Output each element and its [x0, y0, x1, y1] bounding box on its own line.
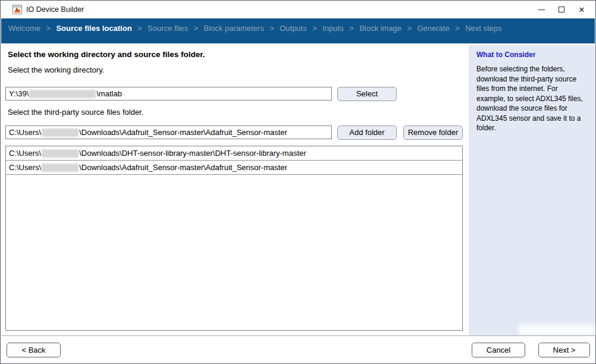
step-outputs[interactable]: Outputs — [280, 24, 307, 33]
close-button[interactable]: ✕ — [572, 1, 592, 18]
step-separator: > — [455, 24, 460, 33]
step-separator: > — [349, 24, 354, 33]
redaction-blur — [519, 324, 595, 335]
next-button[interactable]: Next > — [538, 343, 590, 357]
close-icon: ✕ — [579, 6, 585, 14]
remove-folder-button[interactable]: Remove folder — [403, 125, 463, 140]
folder-list-item[interactable]: C:\Users\ \Downloads\DHT-sensor-library-… — [6, 146, 462, 161]
step-block-image[interactable]: Block image — [359, 24, 401, 33]
redaction-blur — [42, 128, 79, 137]
wizard-steps-bar: Welcome > Source files location > Source… — [1, 18, 595, 43]
step-separator: > — [137, 24, 142, 33]
select-button[interactable]: Select — [337, 87, 397, 101]
working-directory-value-prefix: Y:\39\ — [9, 89, 29, 98]
redaction-blur — [42, 164, 79, 172]
step-generate[interactable]: Generate — [417, 24, 449, 33]
window-controls: ✕ — [531, 1, 592, 18]
step-next-steps[interactable]: Next steps — [465, 24, 501, 33]
step-welcome[interactable]: Welcome — [8, 24, 40, 33]
minimize-icon — [538, 10, 545, 10]
add-folder-button[interactable]: Add folder — [337, 125, 397, 140]
minimize-button[interactable] — [531, 1, 551, 18]
folder-path-prefix: C:\Users\ — [9, 149, 41, 158]
footer-bar: < Back Cancel Next > — [1, 335, 595, 363]
source-folder-label: Select the third-party source files fold… — [8, 108, 143, 117]
what-to-consider-panel: What to Consider Before selecting the fo… — [469, 45, 595, 335]
source-folder-value-suffix: \Downloads\Adafruit_Sensor-master\Adafru… — [79, 128, 287, 137]
window-title: IO Device Builder — [26, 5, 84, 14]
main-content: Select the working directory and source … — [1, 43, 469, 335]
step-separator: > — [312, 24, 317, 33]
matlab-app-icon — [12, 5, 22, 14]
what-to-consider-text: Before selecting the folders, download t… — [476, 64, 588, 133]
source-folder-field[interactable]: C:\Users\ \Downloads\Adafruit_Sensor-mas… — [5, 125, 332, 139]
working-directory-label: Select the working directory. — [8, 65, 104, 74]
folder-list-item[interactable]: C:\Users\ \Downloads\Adafruit_Sensor-mas… — [6, 161, 462, 175]
maximize-button[interactable] — [551, 1, 572, 18]
step-separator: > — [46, 24, 51, 33]
source-folder-value-prefix: C:\Users\ — [9, 128, 41, 137]
folder-path-prefix: C:\Users\ — [9, 163, 41, 172]
io-device-builder-window: IO Device Builder ✕ Welcome > Source fil… — [0, 0, 596, 364]
what-to-consider-title: What to Consider — [476, 51, 588, 59]
redaction-blur — [29, 90, 96, 98]
folder-path-suffix: \Downloads\DHT-sensor-library-master\DHT… — [79, 149, 306, 158]
page-title: Select the working directory and source … — [8, 50, 205, 59]
step-source-files[interactable]: Source files — [148, 24, 188, 33]
step-separator: > — [193, 24, 198, 33]
maximize-icon — [559, 7, 564, 12]
cancel-button[interactable]: Cancel — [472, 343, 525, 357]
folder-list[interactable]: C:\Users\ \Downloads\DHT-sensor-library-… — [5, 146, 463, 331]
step-block-parameters[interactable]: Block parameters — [204, 24, 264, 33]
back-button[interactable]: < Back — [7, 343, 61, 357]
title-bar: IO Device Builder ✕ — [1, 1, 595, 18]
step-inputs[interactable]: Inputs — [322, 24, 343, 33]
folder-path-suffix: \Downloads\Adafruit_Sensor-master\Adafru… — [79, 163, 287, 172]
working-directory-value-suffix: \matlab — [96, 89, 122, 98]
redaction-blur — [42, 149, 79, 158]
step-separator: > — [269, 24, 274, 33]
step-source-files-location[interactable]: Source files location — [56, 24, 131, 33]
working-directory-field[interactable]: Y:\39\ \matlab — [5, 87, 332, 101]
step-separator: > — [407, 24, 412, 33]
